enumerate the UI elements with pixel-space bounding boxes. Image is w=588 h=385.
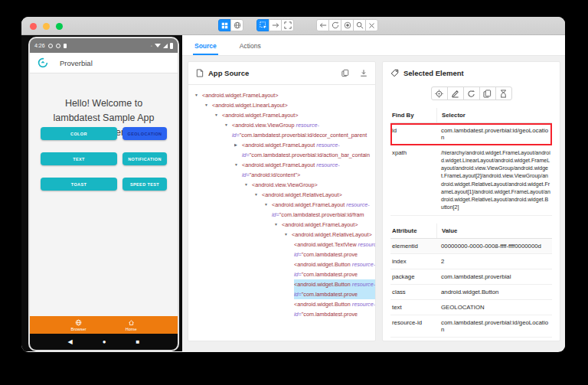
tree-node[interactable]: ▼<android.widget.FrameLayout resource-id… [264,200,375,220]
caret-down-icon[interactable]: ▼ [264,200,272,210]
tree-node[interactable]: ▼<android.widget.FrameLayout> [214,110,375,120]
xml-tag: <android.widget.FrameLayout> [202,92,279,99]
app-button-notification[interactable]: NOTIFICATION [122,152,167,165]
copy-attributes-button[interactable] [479,86,496,100]
workspace: Source Actions App Source ▼<android.widg… [182,35,565,351]
phone-screen[interactable]: 4:26 ◦ Pro [30,38,178,350]
tree-node[interactable]: <android.widget.Button resource-id="com.… [294,259,375,279]
get-timing-button[interactable] [495,86,512,100]
xml-tag: <android.widget.FrameLayout [242,142,316,148]
xml-attribute-name: resource- [346,201,369,208]
app-button-speed-test[interactable]: SPEED TEST [122,178,167,191]
tree-node[interactable]: ▼<android.widget.RelativeLayout> [284,230,375,240]
home-nav-item[interactable]: Home [126,319,137,331]
tree-node[interactable]: ▼<android.widget.FrameLayout resource-id… [234,160,375,180]
browser-nav-item[interactable]: Browser [71,319,87,331]
send-keys-button[interactable] [447,86,464,100]
swipe-by-coordinates-button[interactable] [269,19,282,31]
tree-node[interactable]: ▼<android.widget.RelativeLayout> [254,190,375,200]
xml-attribute-name: id= [232,132,240,139]
web-hybrid-app-mode-button[interactable] [230,19,243,31]
selected-element-card: Selected Element [382,61,560,341]
xml-source-tree: ▼<android.widget.FrameLayout>▼<android.w… [188,85,375,341]
xml-tag: <android.widget.RelativeLayout> [262,191,342,198]
app-button-text[interactable]: TEXT [41,152,117,165]
tree-node[interactable]: ▼<android.widget.FrameLayout> [274,220,375,230]
quit-session-button[interactable] [365,19,378,31]
tree-node[interactable]: ▼<android.widget.FrameLayout> [194,90,375,100]
minimize-window-button[interactable] [43,23,50,30]
caret-down-icon[interactable]: ▼ [224,120,232,130]
app-button-color[interactable]: COLOR [41,127,117,140]
tree-node[interactable]: ▼<android.widget.LinearLayout> [204,100,375,110]
tree-node[interactable]: ▼<android.view.ViewGroup> [244,180,375,190]
pointer-mode-group [256,19,294,31]
app-button-toast[interactable]: TOAST [41,178,117,191]
xml-attribute-value: "com.lambdatest.prove [302,251,358,258]
native-app-mode-button[interactable] [218,19,231,31]
viewfinder-icon [284,21,292,29]
tap-element-button[interactable] [431,86,448,100]
document-icon [196,69,204,77]
android-home-button[interactable]: ● [103,339,106,345]
xml-attribute-value: "android:id/content"> [250,171,300,178]
find-by-row-xpath[interactable]: xpath /hierarchy/android.widget.FrameLay… [390,145,552,216]
copy-source-icon[interactable] [341,69,349,77]
android-recents-button[interactable]: ■ [136,339,140,345]
attribute-value: com.lambdatest.proverbial [436,269,552,284]
xml-attribute-name: resource- [296,122,319,129]
clear-element-button[interactable] [463,86,480,100]
inspector-window: 4:26 ◦ Pro [21,17,565,352]
session-information-button[interactable] [341,19,354,31]
xml-attribute-name: id= [294,251,302,258]
pencil-icon [451,90,459,98]
caret-down-icon[interactable]: ▼ [204,100,212,110]
back-button[interactable] [316,19,329,31]
app-button-geolocation[interactable]: GEOLOCATION [122,127,167,140]
xml-attribute-value: "com.lambdatest.proverbial:id/fram [279,211,364,218]
download-source-icon[interactable] [360,69,368,77]
select-elements-button[interactable] [256,19,270,31]
attribute-name: resource-id [390,315,436,337]
tree-node[interactable]: <android.widget.Button resource-id="com.… [294,299,375,319]
xml-attribute-name: resource- [352,281,375,288]
tree-node[interactable]: ▼<android.view.ViewGroup resource-id="co… [224,120,375,140]
caret-down-icon[interactable]: ▼ [254,190,262,200]
caret-down-icon[interactable]: ▼ [244,180,252,190]
attribute-row-elementid: elementid00000000-0000-0008-ffff-ffff000… [390,239,552,254]
tap-by-coordinates-button[interactable] [281,19,294,31]
attributes-header-row: Attribute Value [390,223,552,239]
close-window-button[interactable] [30,23,37,30]
session-actions-group [316,19,378,31]
tab-source[interactable]: Source [193,38,218,55]
attribute-row-resource-id: resource-idcom.lambdatest.proverbial:id/… [390,315,552,338]
attribute-value: GEOLOCATION [436,300,552,315]
tree-node[interactable]: ▶<android.widget.FrameLayout resource-id… [234,140,375,160]
caret-down-icon[interactable]: ▼ [214,110,222,120]
xml-attribute-name: id= [242,171,250,178]
search-for-element-button[interactable] [353,19,366,31]
attribute-row-text: textGEOLOCATION [390,300,552,315]
attribute-name: elementid [390,239,436,253]
xml-attribute-name: id= [294,271,302,278]
caret-down-icon[interactable]: ▼ [194,90,202,100]
tree-node[interactable]: <android.widget.TextView resource-id="co… [294,240,375,259]
caret-down-icon[interactable]: ▼ [234,160,242,170]
caret-right-icon[interactable]: ▶ [234,140,242,150]
zoom-window-button[interactable] [56,23,63,30]
element-action-buttons [383,82,560,108]
browser-label: Browser [71,327,87,331]
refresh-button[interactable] [328,19,341,31]
close-icon [368,22,375,29]
tab-actions[interactable]: Actions [238,38,263,55]
find-by-row-id[interactable]: id com.lambdatest.proverbial:id/geoLocat… [390,123,552,145]
caret-down-icon[interactable]: ▼ [274,220,282,230]
android-back-button[interactable]: ◀ [68,339,73,345]
xml-attribute-name: resource- [358,241,375,248]
attribute-name: checkable [390,338,436,341]
tree-node-selected[interactable]: <android.widget.Button resource-id="com.… [294,279,375,299]
app-source-title: App Source [208,69,249,77]
app-bottom-bar: Browser Home [30,316,178,334]
caret-down-icon[interactable]: ▼ [284,230,292,240]
app-toolbar: Proverbial [30,53,178,73]
